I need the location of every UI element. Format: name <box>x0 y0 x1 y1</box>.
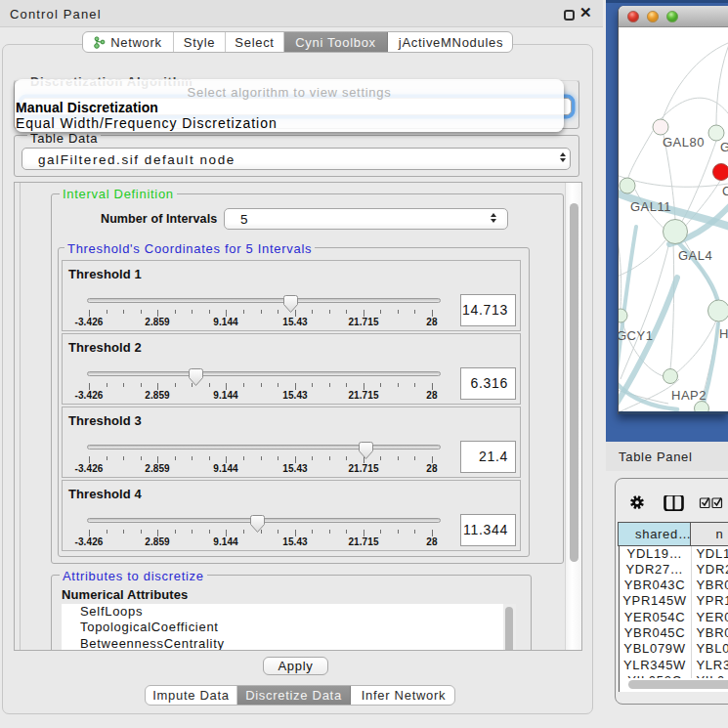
svg-text:G.: G. <box>720 140 728 154</box>
svg-text:HAP2: HAP2 <box>671 388 707 403</box>
svg-text:GAL11: GAL11 <box>630 199 671 214</box>
svg-text:GAL80: GAL80 <box>663 135 705 150</box>
svg-text:GCY1: GCY1 <box>619 328 653 343</box>
svg-text:C: C <box>722 184 728 198</box>
svg-text:H: H <box>719 326 728 341</box>
svg-text:GAL4: GAL4 <box>678 248 712 263</box>
